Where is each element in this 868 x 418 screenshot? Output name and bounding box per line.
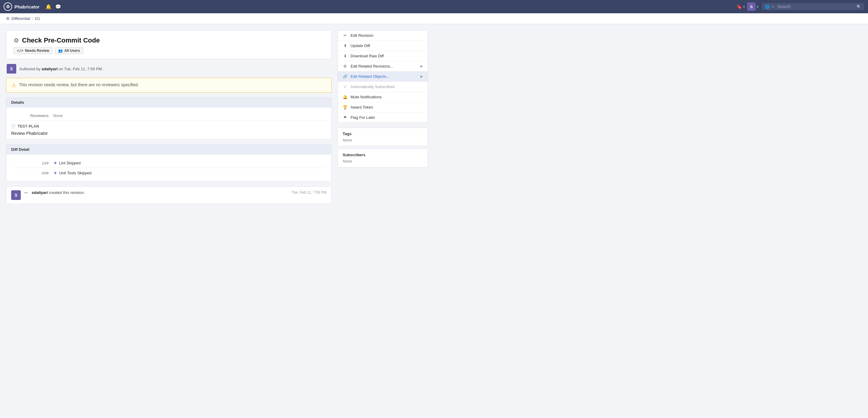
activity-text: sdaityari created this revision.	[32, 190, 288, 195]
author-username: sdaityari	[41, 67, 58, 71]
speech-icon: 💬	[55, 4, 61, 10]
download-raw-diff-item[interactable]: ⬇ Download Raw Diff	[338, 51, 428, 61]
edit-related-objects-label: Edit Related Objects...	[350, 74, 390, 79]
pencil-icon: ✏	[24, 190, 28, 195]
tags-title: Tags	[343, 131, 423, 136]
topnav: ⚙ Phabricator 🔔 💬 🔖 ▾ S ▾ 🌐 ▾ 🔍	[0, 0, 868, 13]
activity-avatar: S	[11, 190, 21, 200]
flag-later-label: Flag For Later	[350, 115, 375, 120]
diff-detail-header: Diff Detail	[6, 145, 331, 154]
authored-by-prefix: Authored by	[19, 67, 40, 71]
arrow-right-2-icon: ▶	[421, 74, 423, 79]
activity-action: created this revision.	[49, 190, 85, 195]
trophy-icon: 🏆	[343, 105, 347, 110]
bell-sm-icon: 🔔	[343, 95, 347, 99]
edit-revision-item[interactable]: ✏ Edit Revision	[338, 30, 428, 41]
bell-icon: 🔔	[45, 4, 52, 10]
app-logo[interactable]: ⚙ Phabricator	[4, 2, 39, 11]
search-box[interactable]: 🌐 ▾ 🔍	[762, 3, 864, 10]
link-icon: 🔗	[343, 74, 347, 79]
tag-needs-review[interactable]: </> Needs Review	[13, 47, 53, 54]
sidebar-menu: ✏ Edit Revision ⬆ Update Diff ⬇ Download…	[338, 30, 428, 123]
breadcrumb-icon: ⚙	[6, 16, 10, 21]
reviewers-row: Reviewers None	[11, 111, 327, 121]
all-users-label: All Users	[64, 49, 80, 53]
author-row: S Authored by sdaityari on Tue, Feb 11, …	[6, 64, 332, 73]
download-raw-diff-label: Download Raw Diff	[350, 54, 384, 58]
reviewers-value: None	[53, 113, 63, 118]
user-chevron: ▾	[757, 5, 758, 8]
subscribers-value: None	[343, 159, 423, 163]
subscribers-title: Subscribers	[343, 153, 423, 157]
mute-notifications-item[interactable]: 🔔 Mute Notifications	[338, 92, 428, 102]
globe-chevron: ▾	[772, 5, 774, 8]
auto-subscribed-label: Automatically Subscribed	[350, 85, 395, 89]
gear-sm-icon: ⚙	[343, 64, 347, 68]
award-token-label: Award Token	[350, 105, 373, 110]
warning-box: ⚠ This revision needs review, but there …	[6, 78, 332, 93]
activity-timestamp: Tue, Feb 11, 7:59 PM	[291, 190, 327, 195]
unit-label: Unit	[11, 171, 53, 175]
unit-row: Unit ★ Unit Tests Skipped	[11, 168, 327, 178]
arrow-right-icon: ▶	[421, 64, 423, 68]
left-column: ⚙ Check Pre-Commit Code </> Needs Review…	[6, 30, 332, 204]
messages-button[interactable]: 💬	[55, 4, 61, 10]
notifications-button[interactable]: 🔔	[45, 4, 52, 10]
bookmark-button[interactable]: 🔖 ▾	[736, 4, 745, 10]
doc-icon: 📄	[11, 124, 16, 128]
search-input[interactable]	[777, 4, 854, 9]
page-title-row: ⚙ Check Pre-Commit Code	[13, 36, 324, 44]
update-diff-item[interactable]: ⬆ Update Diff	[338, 41, 428, 51]
author-text: Authored by sdaityari on Tue, Feb 11, 7:…	[19, 67, 103, 71]
auto-subscribed-item[interactable]: ✓ Automatically Subscribed	[338, 82, 428, 92]
page-header: ⚙ Check Pre-Commit Code </> Needs Review…	[6, 30, 332, 59]
users-icon: 👥	[58, 49, 63, 53]
activity-row: S ✏ sdaityari created this revision. Tue…	[6, 186, 332, 204]
tag-all-users[interactable]: 👥 All Users	[55, 47, 83, 54]
page-title: Check Pre-Commit Code	[22, 36, 100, 44]
author-avatar: S	[7, 64, 16, 73]
details-header: Details	[6, 98, 331, 107]
flag-later-item[interactable]: ⚑ Flag For Later	[338, 113, 428, 122]
tags-value: None	[343, 138, 423, 142]
details-section: Details Reviewers None 📄 TEST PLAN Revie…	[6, 97, 332, 140]
globe-icon: 🌐	[765, 4, 770, 9]
bookmark-chevron: ▾	[743, 5, 745, 8]
edit-related-revisions-label: Edit Related Revisions...	[350, 64, 393, 68]
mute-notifications-label: Mute Notifications	[350, 95, 381, 99]
details-body: Reviewers None 📄 TEST PLAN Review Phabri…	[6, 107, 331, 139]
needs-review-label: Needs Review	[25, 49, 50, 53]
subscribers-section: Subscribers None	[338, 149, 428, 168]
unit-text: Unit Tests Skipped	[59, 171, 91, 175]
tags-section: Tags None	[338, 127, 428, 146]
lint-row: Lint ★ Lint Skipped	[11, 158, 327, 168]
breadcrumb-parent[interactable]: Differential	[11, 16, 30, 21]
edit-related-objects-item[interactable]: 🔗 Edit Related Objects... ▶	[338, 71, 428, 82]
edit-related-revisions-item[interactable]: ⚙ Edit Related Revisions... ▶	[338, 61, 428, 71]
award-token-item[interactable]: 🏆 Award Token	[338, 102, 428, 113]
right-sidebar: ✏ Edit Revision ⬆ Update Diff ⬇ Download…	[338, 30, 428, 204]
test-plan-content: Review Phabricator	[11, 131, 327, 136]
code-icon: </>	[17, 49, 24, 53]
bookmark-icon: 🔖	[736, 4, 742, 10]
activity-username: sdaityari	[32, 190, 48, 195]
user-avatar: S	[747, 2, 755, 11]
reviewers-label: Reviewers	[11, 113, 53, 118]
gear-icon: ⚙	[13, 37, 19, 44]
app-name: Phabricator	[14, 4, 39, 9]
test-plan-label: TEST PLAN	[18, 124, 39, 128]
diff-detail-body: Lint ★ Lint Skipped Unit ★ Unit Tests Sk…	[6, 154, 331, 181]
breadcrumb: ⚙ Differential › D1	[0, 13, 868, 24]
edit-revision-label: Edit Revision	[350, 33, 373, 38]
breadcrumb-current: D1	[35, 16, 40, 21]
diff-detail-section: Diff Detail Lint ★ Lint Skipped Unit ★ U…	[6, 145, 332, 182]
edit-icon: ✏	[343, 33, 347, 38]
lint-value: ★ Lint Skipped	[53, 160, 81, 165]
update-diff-label: Update Diff	[350, 43, 370, 48]
tag-row: </> Needs Review 👥 All Users	[13, 47, 324, 54]
test-plan-area: 📄 TEST PLAN Review Phabricator	[11, 121, 327, 136]
user-menu[interactable]: S ▾	[747, 2, 758, 11]
breadcrumb-separator: ›	[32, 16, 33, 21]
search-icon: 🔍	[857, 4, 861, 9]
authored-by-suffix: on Tue, Feb 11, 7:59 PM.	[59, 67, 103, 71]
